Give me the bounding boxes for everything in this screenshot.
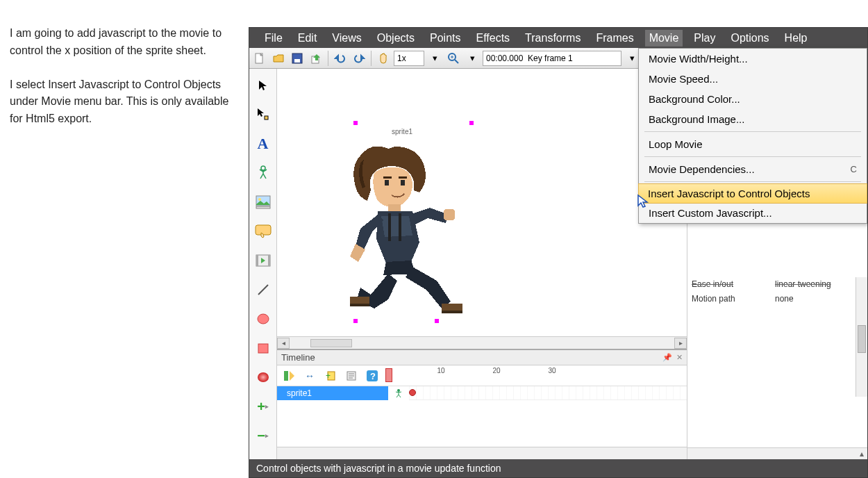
svg-rect-27 bbox=[401, 180, 405, 186]
menu-edit[interactable]: Edit bbox=[294, 30, 322, 47]
svg-rect-31 bbox=[388, 213, 391, 241]
scroll-thumb[interactable] bbox=[310, 339, 352, 347]
export-icon[interactable] bbox=[308, 50, 324, 67]
menu-objects[interactable]: Objects bbox=[373, 30, 419, 47]
canvas: sprite1 bbox=[301, 79, 662, 343]
menu-movie[interactable]: Movie bbox=[645, 30, 683, 47]
svg-rect-37 bbox=[350, 304, 369, 306]
svg-point-9 bbox=[261, 166, 265, 170]
svg-text:?: ? bbox=[370, 371, 376, 381]
props-scrollbar[interactable] bbox=[856, 277, 867, 397]
canvas-hscroll[interactable]: ◂ ▸ bbox=[277, 336, 687, 349]
instruction-p2: I select Insert Javascript to Control Ob… bbox=[10, 76, 237, 128]
point-select-icon[interactable] bbox=[253, 105, 273, 124]
timeline-row-sprite1[interactable]: sprite1 bbox=[277, 386, 687, 400]
select-tool-icon[interactable] bbox=[253, 76, 273, 95]
menuitem-insert-custom-js[interactable]: Insert Custom Javascript... bbox=[639, 203, 867, 223]
sprite-character[interactable] bbox=[322, 138, 468, 319]
menuitem-background-color[interactable]: Background Color... bbox=[639, 89, 867, 109]
svg-rect-21 bbox=[268, 255, 270, 266]
timeline-close-icon[interactable]: ✕ bbox=[676, 353, 683, 362]
prop-val-motion[interactable]: none bbox=[775, 293, 863, 305]
movie-menu-dropdown: Movie Width/Height... Movie Speed... Bac… bbox=[638, 48, 867, 224]
svg-rect-17 bbox=[256, 206, 270, 208]
menubar: File Edit Views Objects Points Effects T… bbox=[249, 28, 867, 48]
open-icon[interactable] bbox=[270, 50, 287, 67]
undo-icon[interactable] bbox=[332, 50, 349, 67]
timeline-pin-icon[interactable]: 📌 bbox=[662, 353, 672, 362]
menu-frames[interactable]: Frames bbox=[592, 30, 637, 47]
menu-points[interactable]: Points bbox=[426, 30, 465, 47]
movie-clip-icon[interactable] bbox=[253, 251, 273, 270]
scroll-left-icon[interactable]: ◂ bbox=[277, 338, 290, 349]
gradient-oval-icon[interactable] bbox=[253, 368, 273, 387]
menuitem-insert-js-control[interactable]: Insert Javascript to Control Objects bbox=[638, 183, 867, 204]
app-window: File Edit Views Objects Points Effects T… bbox=[249, 27, 868, 478]
properties-body: Ease in/out linear tweening Motion path … bbox=[687, 277, 867, 459]
svg-rect-26 bbox=[385, 180, 389, 186]
tl-script-icon[interactable] bbox=[344, 368, 359, 384]
menuitem-movie-dependencies[interactable]: Movie Dependencies...C bbox=[639, 159, 867, 179]
rect-tool-icon[interactable] bbox=[253, 338, 273, 358]
menu-effects[interactable]: Effects bbox=[471, 30, 514, 47]
statusbar-text: Control objects with javascript in a mov… bbox=[256, 463, 501, 474]
tick-10: 10 bbox=[437, 367, 444, 374]
hand-icon[interactable] bbox=[375, 50, 392, 67]
scroll-right-icon[interactable]: ▸ bbox=[674, 338, 687, 349]
menu-transforms[interactable]: Transforms bbox=[521, 30, 585, 47]
prop-row-motion: Motion path none bbox=[687, 292, 867, 306]
line-tool-icon[interactable] bbox=[253, 280, 273, 299]
timeline-toolbar: ↔ + ? 10 20 30 bbox=[277, 365, 687, 386]
redo-icon[interactable] bbox=[351, 50, 367, 67]
svg-line-5 bbox=[455, 60, 458, 63]
timeline-ruler[interactable]: 10 20 30 bbox=[385, 368, 683, 384]
zoom-dropdown2-icon[interactable]: ▾ bbox=[464, 50, 481, 67]
timeline-hscroll[interactable] bbox=[277, 447, 687, 459]
tl-stretch-icon[interactable]: ↔ bbox=[302, 368, 317, 384]
menu-file[interactable]: File bbox=[260, 30, 287, 47]
track-body[interactable] bbox=[409, 386, 687, 400]
keyframe-0[interactable] bbox=[409, 389, 416, 396]
new-file-icon[interactable] bbox=[251, 50, 268, 67]
tl-play-icon[interactable] bbox=[281, 368, 297, 384]
menuitem-background-image[interactable]: Background Image... bbox=[639, 109, 867, 129]
timeline-playhead[interactable] bbox=[385, 368, 392, 382]
oval-tool-icon[interactable] bbox=[253, 309, 273, 329]
center-column: sprite1 bbox=[277, 69, 687, 459]
frame-input[interactable] bbox=[483, 51, 621, 66]
menu-options[interactable]: Options bbox=[726, 30, 773, 47]
image-tool-icon[interactable] bbox=[253, 192, 273, 212]
menuitem-loop-movie[interactable]: Loop Movie bbox=[639, 134, 867, 154]
selection-handle-bl[interactable] bbox=[353, 319, 358, 323]
statusbar: Control objects with javascript in a mov… bbox=[249, 459, 867, 477]
remove-tool-icon[interactable]: −▸ bbox=[253, 426, 273, 445]
add-tool-icon[interactable]: +▸ bbox=[253, 397, 273, 416]
menuitem-movie-width-height[interactable]: Movie Width/Height... bbox=[639, 49, 867, 69]
track-name[interactable]: sprite1 bbox=[277, 386, 388, 400]
timeline-header: Timeline 📌✕ bbox=[277, 350, 687, 365]
text-tool-icon[interactable]: A bbox=[253, 134, 273, 154]
zoom-magnify-icon[interactable] bbox=[445, 50, 462, 67]
svg-line-13 bbox=[260, 174, 263, 179]
zoom-dropdown-icon[interactable]: ▾ bbox=[426, 50, 443, 67]
menu-views[interactable]: Views bbox=[328, 30, 365, 47]
bone-tool-icon[interactable] bbox=[253, 163, 273, 183]
props-bottombar: ▴ bbox=[687, 447, 867, 459]
selection-handle-br[interactable] bbox=[435, 319, 439, 323]
save-icon[interactable] bbox=[289, 50, 306, 67]
svg-line-49 bbox=[396, 392, 399, 393]
zoom-input[interactable] bbox=[394, 51, 424, 66]
selection-handle-tr[interactable] bbox=[469, 121, 474, 125]
svg-line-22 bbox=[258, 285, 268, 295]
menuitem-movie-speed[interactable]: Movie Speed... bbox=[639, 69, 867, 89]
svg-rect-28 bbox=[383, 176, 392, 179]
menu-play[interactable]: Play bbox=[690, 30, 719, 47]
button-tool-icon[interactable] bbox=[253, 222, 273, 241]
selection-handle-tl[interactable] bbox=[353, 121, 358, 125]
tl-addframe-icon[interactable]: + bbox=[323, 368, 338, 384]
canvas-area[interactable]: sprite1 bbox=[277, 69, 687, 349]
scroll-up-icon[interactable]: ▴ bbox=[856, 448, 867, 459]
svg-point-47 bbox=[397, 389, 400, 392]
tl-help-icon[interactable]: ? bbox=[365, 368, 380, 384]
menu-help[interactable]: Help bbox=[781, 30, 812, 47]
